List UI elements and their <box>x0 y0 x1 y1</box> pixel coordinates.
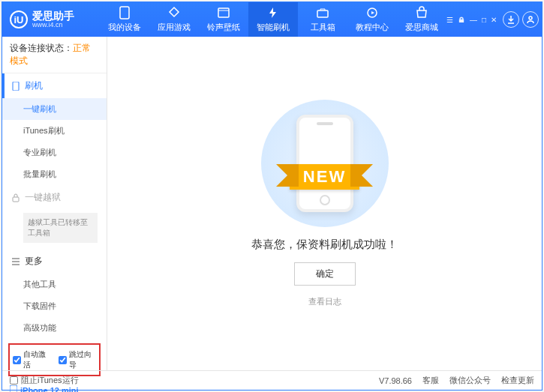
app-logo: iU 爱思助手 www.i4.cn <box>2 10 100 28</box>
titlebar: iU 爱思助手 www.i4.cn 我的设备应用游戏铃声壁纸智能刷机工具箱教程中… <box>2 2 542 37</box>
view-log-link[interactable]: 查看日志 <box>308 296 341 307</box>
download-button[interactable] <box>503 11 519 28</box>
toolbox-icon <box>316 6 329 19</box>
auto-activate-checkbox[interactable]: 自动激活 <box>13 349 51 370</box>
nav-tab-store[interactable]: 爱思商城 <box>397 2 446 37</box>
menu-icon[interactable]: ☰ <box>446 16 453 24</box>
maximize-icon[interactable]: □ <box>482 16 486 24</box>
section-flash[interactable]: 刷机 <box>2 73 107 98</box>
statusbar: 阻止iTunes运行 V7.98.66 客服 微信公众号 检查更新 <box>2 370 542 390</box>
version-label: V7.98.66 <box>379 376 412 385</box>
app-window: iU 爱思助手 www.i4.cn 我的设备应用游戏铃声壁纸智能刷机工具箱教程中… <box>2 1 542 391</box>
svg-rect-6 <box>13 197 19 202</box>
connection-status: 设备连接状态：正常模式 <box>2 37 107 73</box>
success-message: 恭喜您，保资料刷机成功啦！ <box>251 238 398 252</box>
check-update-link[interactable]: 检查更新 <box>501 375 534 386</box>
svg-rect-2 <box>317 10 328 17</box>
svg-rect-0 <box>120 7 129 19</box>
nav-tab-toolbox[interactable]: 工具箱 <box>298 2 347 37</box>
ok-button[interactable]: 确定 <box>294 262 356 286</box>
app-title: 爱思助手 <box>32 10 74 21</box>
nav-tab-wallpaper[interactable]: 铃声壁纸 <box>199 2 248 37</box>
svg-point-4 <box>529 16 532 19</box>
block-itunes-checkbox[interactable]: 阻止iTunes运行 <box>10 375 79 386</box>
lock-icon <box>11 193 20 202</box>
list-icon <box>11 257 20 266</box>
phone-icon <box>11 82 20 91</box>
section-more[interactable]: 更多 <box>2 249 107 274</box>
svg-rect-5 <box>13 82 19 91</box>
nav-tab-tutorial[interactable]: 教程中心 <box>347 2 397 37</box>
wallpaper-icon <box>217 6 230 19</box>
jailbreak-note: 越狱工具已转移至工具箱 <box>23 213 98 243</box>
minimize-icon[interactable]: — <box>470 16 477 24</box>
sidebar: 设备连接状态：正常模式 刷机 一键刷机iTunes刷机专业刷机批量刷机 一键越狱… <box>2 37 107 370</box>
lock-icon[interactable]: 🔒︎ <box>458 16 465 24</box>
new-ribbon: NEW <box>290 164 359 190</box>
wechat-link[interactable]: 微信公众号 <box>449 375 491 386</box>
window-controls: ☰ 🔒︎ — □ ✕ <box>446 16 497 24</box>
sidebar-item-flash-1[interactable]: iTunes刷机 <box>2 120 107 142</box>
close-icon[interactable]: ✕ <box>491 16 497 24</box>
success-illustration: NEW <box>261 100 389 227</box>
tutorial-icon <box>365 6 379 19</box>
sidebar-item-more-2[interactable]: 高级功能 <box>2 317 107 339</box>
sidebar-item-flash-0[interactable]: 一键刷机 <box>2 98 107 120</box>
svg-rect-1 <box>218 8 229 17</box>
sidebar-item-flash-3[interactable]: 批量刷机 <box>2 163 107 185</box>
sidebar-item-more-0[interactable]: 其他工具 <box>2 274 107 295</box>
flash-icon <box>266 6 280 19</box>
nav-tab-device[interactable]: 我的设备 <box>100 2 149 37</box>
skip-guide-checkbox[interactable]: 跳过向导 <box>59 349 97 370</box>
nav-tab-flash[interactable]: 智能刷机 <box>248 2 298 37</box>
sidebar-item-flash-2[interactable]: 专业刷机 <box>2 142 107 163</box>
section-jailbreak[interactable]: 一键越狱 <box>2 185 107 210</box>
user-button[interactable] <box>522 11 539 28</box>
main-content: NEW 恭喜您，保资料刷机成功啦！ 确定 查看日志 <box>107 37 542 370</box>
device-icon <box>118 6 131 19</box>
app-url: www.i4.cn <box>32 21 74 28</box>
logo-icon: iU <box>10 10 28 28</box>
store-icon <box>415 6 428 19</box>
sidebar-item-more-1[interactable]: 下载固件 <box>2 295 107 317</box>
service-link[interactable]: 客服 <box>422 375 439 386</box>
nav-tab-apps[interactable]: 应用游戏 <box>149 2 199 37</box>
apps-icon <box>167 6 181 19</box>
